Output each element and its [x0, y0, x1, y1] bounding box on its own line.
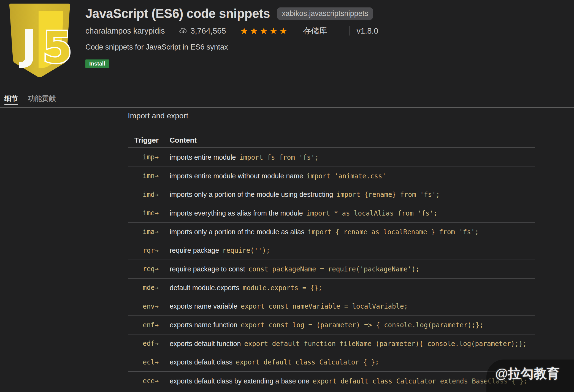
row-description: imports only a portion of the module usi…: [170, 190, 333, 198]
row-trigger: imn→: [128, 172, 159, 180]
row-trigger: imd→: [128, 191, 159, 198]
extension-id-badge: xabikos.javascriptsnippets: [277, 7, 373, 20]
row-code: import 'animate.css': [307, 172, 386, 180]
row-trigger: req→: [128, 265, 159, 273]
row-description: imports entire module without module nam…: [170, 172, 303, 180]
table-row: rqr→ require packagerequire('');: [128, 241, 535, 260]
row-description: exports name function: [170, 321, 237, 329]
meta-separator: [233, 26, 233, 36]
table-row: ima→ imports only a portion of the modul…: [128, 223, 535, 241]
tab-bar: 细节 功能贡献: [4, 94, 56, 105]
row-description: exports default class: [170, 358, 232, 366]
table-row: ime→ imports everything as alias from th…: [128, 204, 535, 223]
row-code: export default function fileName (parame…: [244, 340, 527, 348]
row-trigger: ima→: [128, 228, 159, 236]
row-trigger: mde→: [128, 284, 159, 292]
row-trigger: enf→: [128, 321, 159, 329]
row-code: import {rename} from 'fs';: [336, 191, 440, 198]
row-code: import fs from 'fs';: [239, 154, 319, 161]
row-content: exports default class by extending a bas…: [170, 377, 528, 385]
row-code: const packageName = require('packageName…: [248, 265, 419, 273]
install-button[interactable]: Install: [85, 59, 109, 68]
meta-separator: [172, 26, 172, 36]
row-content: exports default classexport default clas…: [170, 358, 379, 366]
header-divider: [0, 107, 574, 108]
rating-stars[interactable]: ★★★★★: [240, 26, 289, 36]
table-row: mde→ default module.exportsmodule.export…: [128, 279, 535, 297]
row-code: import { rename as localRename } from 'f…: [308, 228, 479, 236]
row-description: exports name variable: [170, 302, 237, 310]
row-description: imports entire module: [170, 153, 236, 161]
extension-title: JavaScript (ES6) code snippets: [85, 6, 270, 21]
svg-text:5: 5: [42, 23, 72, 73]
row-description: default module.exports: [170, 284, 239, 292]
row-description: imports only a portion of the module as …: [170, 228, 304, 236]
row-code: export const log = (parameter) => { cons…: [241, 321, 483, 329]
row-description: imports everything as alias from the mod…: [170, 209, 303, 217]
row-trigger: env→: [128, 303, 159, 310]
row-content: require package to constconst packageNam…: [170, 265, 419, 273]
row-description: require package to const: [170, 265, 245, 273]
table-row: ece→ exports default class by extending …: [128, 372, 535, 390]
publisher-name[interactable]: charalampos karypidis: [85, 26, 165, 36]
extension-meta-row: charalampos karypidis 3,764,565 ★★★★★ 存储…: [85, 25, 378, 36]
meta-separator: [296, 26, 296, 36]
table-row: ecl→ exports default classexport default…: [128, 353, 535, 372]
table-row: imn→ imports entire module without modul…: [128, 167, 535, 186]
row-code: export const nameVariable = localVariabl…: [241, 303, 408, 310]
snippet-table: Trigger Content imp→ imports entire modu…: [128, 133, 535, 390]
tab-details[interactable]: 细节: [4, 94, 18, 105]
row-trigger: ime→: [128, 209, 159, 217]
watermark-text: @拉勾教育: [495, 365, 560, 382]
column-header-content: Content: [170, 136, 197, 145]
row-content: imports everything as alias from the mod…: [170, 209, 437, 217]
row-content: require packagerequire('');: [170, 246, 270, 254]
details-section: Import and export Trigger Content imp→ i…: [128, 111, 535, 390]
svg-text:J: J: [19, 21, 37, 70]
table-row: imd→ imports only a portion of the modul…: [128, 185, 535, 204]
install-count-value: 3,764,565: [191, 26, 226, 36]
table-row: enf→ exports name functionexport const l…: [128, 316, 535, 334]
snippet-table-body: imp→ imports entire moduleimport fs from…: [128, 148, 535, 390]
section-title: Import and export: [128, 111, 535, 121]
row-code: import * as localAlias from 'fs';: [306, 209, 438, 217]
row-content: exports default functionexport default f…: [170, 340, 527, 348]
row-content: imports only a portion of the module usi…: [170, 190, 440, 198]
table-row: edf→ exports default functionexport defa…: [128, 334, 535, 353]
extension-description: Code snippets for JavaScript in ES6 synt…: [85, 43, 378, 51]
table-header-row: Trigger Content: [128, 133, 535, 148]
repository-link[interactable]: 存储库: [303, 25, 327, 36]
row-code: require('');: [222, 247, 270, 254]
row-description: require package: [170, 246, 219, 254]
tab-feature-contributions[interactable]: 功能贡献: [28, 94, 56, 105]
meta-separator: [349, 26, 350, 36]
row-content: exports name variableexport const nameVa…: [170, 302, 408, 310]
row-description: exports default class by extending a bas…: [170, 377, 309, 385]
row-trigger: edf→: [128, 340, 159, 347]
row-content: default module.exportsmodule.exports = {…: [170, 284, 322, 292]
row-content: exports name functionexport const log = …: [170, 321, 483, 329]
table-row: imp→ imports entire moduleimport fs from…: [128, 148, 535, 167]
row-trigger: ecl→: [128, 358, 159, 366]
row-trigger: ece→: [128, 377, 159, 385]
table-row: env→ exports name variableexport const n…: [128, 297, 535, 316]
cloud-download-icon: [179, 27, 188, 35]
column-header-trigger: Trigger: [128, 136, 159, 145]
row-content: imports entire module without module nam…: [170, 172, 386, 180]
install-count: 3,764,565: [179, 26, 226, 36]
row-code: export default class Calculator { };: [236, 358, 379, 366]
javascript-logo-icon: J 5: [4, 2, 75, 79]
row-description: exports default function: [170, 340, 241, 347]
row-code: module.exports = {};: [243, 284, 322, 292]
row-content: imports entire moduleimport fs from 'fs'…: [170, 153, 319, 161]
row-content: imports only a portion of the module as …: [170, 228, 479, 236]
row-trigger: rqr→: [128, 247, 159, 254]
version-label: v1.8.0: [356, 26, 378, 36]
table-row: req→ require package to constconst packa…: [128, 260, 535, 279]
row-trigger: imp→: [128, 153, 159, 161]
